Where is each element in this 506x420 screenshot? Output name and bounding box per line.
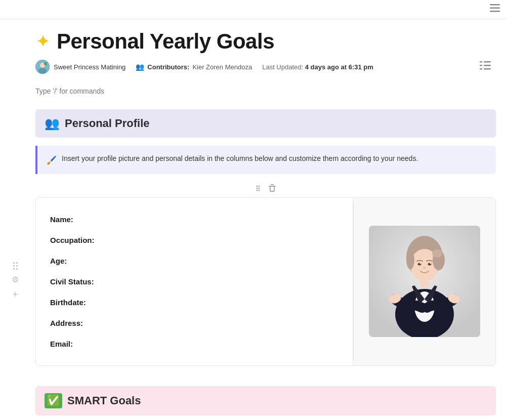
svg-point-34 xyxy=(418,263,421,266)
author-section: Sweet Princess Matining xyxy=(35,60,125,74)
content-area: ✦ Personal Yearly Goals xyxy=(30,19,506,420)
command-input[interactable] xyxy=(35,83,496,99)
left-sidebar: ⚙ + xyxy=(0,19,30,420)
svg-rect-10 xyxy=(484,68,491,70)
svg-rect-13 xyxy=(480,68,482,70)
profile-header-label: Personal Profile xyxy=(65,117,150,130)
field-address-label: Address: xyxy=(50,319,116,327)
svg-rect-12 xyxy=(480,65,482,66)
svg-point-5 xyxy=(38,68,47,74)
author-avatar xyxy=(35,60,50,74)
outline-toggle-icon[interactable] xyxy=(480,61,491,73)
contributors-icon: 👥 xyxy=(136,63,144,71)
field-name: Name: xyxy=(50,210,339,229)
profile-image-section xyxy=(354,198,495,365)
profile-fields: Name: Occupation: Age: Civil Status: xyxy=(36,198,353,365)
svg-rect-24 xyxy=(270,191,275,192)
field-email: Email: xyxy=(50,334,339,353)
field-name-label: Name: xyxy=(50,215,116,224)
field-civil-status-label: Civil Status: xyxy=(50,277,116,286)
last-updated-value: 4 days ago at 6:31 pm xyxy=(305,63,373,71)
svg-point-19 xyxy=(259,189,260,191)
field-address: Address: xyxy=(50,314,339,332)
svg-rect-1 xyxy=(490,8,500,9)
top-bar xyxy=(0,0,506,19)
person-svg xyxy=(369,226,480,337)
field-civil-status: Civil Status: xyxy=(50,272,339,291)
profile-avatar-image xyxy=(369,226,480,337)
svg-rect-2 xyxy=(490,11,500,12)
smart-header-icon: ✅ xyxy=(45,393,62,408)
meta-row: Sweet Princess Matining 👥 Contributors: … xyxy=(35,60,496,74)
table-drag-icon[interactable] xyxy=(256,185,263,194)
contributors-name: Kier Zoren Mendoza xyxy=(192,63,252,71)
field-birthdate-label: Birthdate: xyxy=(50,298,116,307)
contributors-section: 👥 Contributors: Kier Zoren Mendoza xyxy=(136,63,252,71)
svg-rect-0 xyxy=(490,4,500,6)
page-title-section: ✦ Personal Yearly Goals xyxy=(35,29,496,54)
page-title: Personal Yearly Goals xyxy=(57,29,274,54)
svg-point-18 xyxy=(257,189,258,191)
svg-point-37 xyxy=(430,263,431,264)
svg-rect-11 xyxy=(480,61,482,63)
last-updated: Last Updated: 4 days ago at 6:31 pm xyxy=(262,63,373,71)
field-email-label: Email: xyxy=(50,340,116,348)
info-block-text: Insert your profile picture and personal… xyxy=(62,153,418,164)
profile-card: Name: Occupation: Age: Civil Status: xyxy=(35,197,496,366)
profile-info-block: 🖌️ Insert your profile picture and perso… xyxy=(35,146,496,174)
svg-point-7 xyxy=(46,62,48,64)
svg-point-17 xyxy=(259,187,260,189)
field-age: Age: xyxy=(50,251,339,270)
svg-point-14 xyxy=(257,185,258,187)
avatar-svg xyxy=(35,60,50,74)
title-sparkle-icon: ✦ xyxy=(35,32,51,51)
svg-point-33 xyxy=(432,249,442,258)
author-name: Sweet Princess Matining xyxy=(54,63,125,71)
field-occupation-label: Occupation: xyxy=(50,236,116,244)
field-occupation: Occupation: xyxy=(50,231,339,249)
smart-goals-header: ✅ SMART Goals xyxy=(35,386,496,415)
svg-point-15 xyxy=(259,185,260,187)
svg-rect-8 xyxy=(484,61,491,63)
personal-profile-header: 👥 Personal Profile xyxy=(35,109,496,138)
svg-rect-21 xyxy=(271,184,274,185)
contributors-label: Contributors: xyxy=(147,63,189,71)
svg-rect-23 xyxy=(274,186,275,191)
svg-point-32 xyxy=(406,251,414,269)
last-updated-label: Last Updated: xyxy=(262,63,303,71)
field-age-label: Age: xyxy=(50,257,116,265)
svg-rect-9 xyxy=(484,65,491,66)
svg-point-36 xyxy=(420,263,421,264)
svg-point-35 xyxy=(428,263,432,266)
svg-point-16 xyxy=(257,187,258,189)
menu-icon[interactable] xyxy=(490,4,500,15)
info-block-icon: 🖌️ xyxy=(47,154,57,167)
settings-icon[interactable]: ⚙ xyxy=(12,275,19,284)
table-toolbar xyxy=(35,184,496,194)
smart-header-label: SMART Goals xyxy=(67,394,141,407)
field-birthdate: Birthdate: xyxy=(50,293,339,312)
main-content: ⚙ + ✦ Personal Yearly Goals xyxy=(0,19,506,420)
add-block-icon[interactable]: + xyxy=(13,289,18,300)
profile-header-icon: 👥 xyxy=(45,116,60,131)
drag-handle[interactable] xyxy=(13,262,18,270)
svg-rect-22 xyxy=(270,186,271,191)
table-delete-icon[interactable] xyxy=(269,184,276,194)
